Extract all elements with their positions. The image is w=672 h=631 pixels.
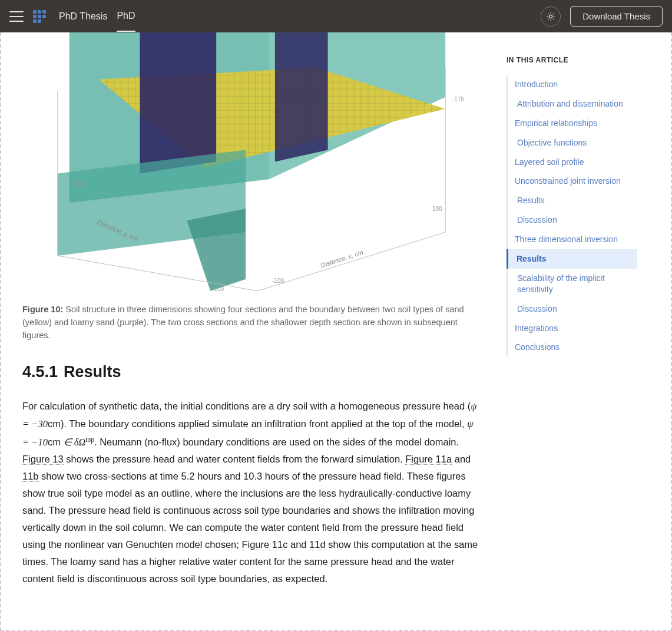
- body-paragraph: For calculation of synthetic data, the i…: [22, 398, 481, 587]
- nav-link-phd[interactable]: PhD: [117, 1, 135, 32]
- text: shows the pressure head and water conten…: [64, 454, 406, 464]
- toc-item[interactable]: Layered soil profile: [508, 153, 637, 172]
- axis-tick: -100: [272, 277, 284, 284]
- figure-image: Distance, y, cm Distance, x, cm 100 -100…: [22, 32, 481, 292]
- text: . Neumann (no-flux) boundary conditions …: [94, 437, 459, 447]
- toc-list: IntroductionAttribution and disseminatio…: [507, 75, 637, 357]
- toc-item[interactable]: Conclusions: [508, 338, 637, 357]
- toc-item[interactable]: Discussion: [508, 299, 637, 319]
- axis-tick: 100: [432, 206, 442, 212]
- toc-heading: IN THIS ARTICLE: [507, 56, 637, 64]
- menu-icon[interactable]: [9, 11, 24, 22]
- toc-item[interactable]: Attribution and dissemination: [508, 94, 637, 114]
- main-content: Distance, y, cm Distance, x, cm 100 -100…: [1, 32, 502, 630]
- section-title: Results: [64, 363, 121, 381]
- section-heading: 4.5.1Results: [22, 363, 481, 381]
- toc-item[interactable]: Objective functions: [508, 133, 637, 153]
- toc-item[interactable]: Introduction: [508, 75, 637, 94]
- logo-icon[interactable]: [33, 8, 49, 25]
- section-number: 4.5.1: [22, 363, 58, 381]
- figure-label: Figure 10:: [22, 305, 63, 314]
- svg-line-4: [553, 18, 554, 19]
- svg-marker-16: [187, 209, 246, 291]
- svg-point-0: [549, 15, 552, 18]
- toc-item[interactable]: Unconstrained joint inversion: [508, 171, 637, 191]
- table-of-contents: IN THIS ARTICLE IntroductionAttribution …: [502, 32, 649, 630]
- toc-item[interactable]: Discussion: [508, 210, 637, 230]
- toc-item[interactable]: Scalability of the implicit sensitivity: [508, 269, 637, 299]
- figure-link-13[interactable]: Figure 13: [22, 454, 64, 465]
- topbar: PhD Thesis PhD Download Thesis: [0, 0, 672, 32]
- toc-item[interactable]: Empirical relationships: [508, 114, 637, 133]
- text: show two cross-sections at time 5.2 hour…: [22, 471, 474, 550]
- svg-marker-13: [140, 32, 216, 173]
- svg-marker-14: [275, 32, 328, 161]
- theme-toggle-button[interactable]: [541, 6, 561, 27]
- figure-10: Distance, y, cm Distance, x, cm 100 -100…: [22, 32, 481, 342]
- nav-link-thesis[interactable]: PhD Thesis: [59, 2, 107, 31]
- figure-link-11a[interactable]: Figure 11a: [405, 454, 452, 465]
- axis-tick: 100: [73, 181, 83, 187]
- svg-line-8: [553, 14, 554, 14]
- svg-line-7: [548, 18, 548, 19]
- equation: ∈ δΩtop: [64, 437, 95, 448]
- figure-caption: Figure 10: Soil structure in three dimen…: [22, 303, 481, 342]
- svg-line-3: [548, 14, 548, 14]
- svg-line-18: [257, 232, 445, 291]
- axis-tick: -100: [212, 286, 224, 292]
- toc-item[interactable]: Integrations: [508, 319, 637, 338]
- 3d-plot-svg: [22, 32, 481, 291]
- toc-item[interactable]: Results: [507, 249, 637, 269]
- figure-link-11c[interactable]: Figure 11c: [241, 539, 287, 550]
- figure-link-11b[interactable]: 11b: [22, 471, 39, 482]
- figure-caption-text: Soil structure in three dimensions showi…: [22, 305, 464, 340]
- download-button[interactable]: Download Thesis: [570, 6, 663, 27]
- axis-tick: -175: [452, 96, 464, 103]
- text: cm). The boundary conditions applied sim…: [48, 418, 467, 429]
- toc-item[interactable]: Three dimensional inversion: [508, 230, 637, 249]
- sun-icon: [546, 12, 555, 21]
- figure-link-11d[interactable]: 11d: [309, 539, 326, 550]
- text: and: [287, 539, 309, 550]
- text: cm: [48, 437, 64, 447]
- text: and: [452, 454, 471, 464]
- text: For calculation of synthetic data, the i…: [22, 401, 471, 411]
- toc-item[interactable]: Results: [508, 191, 637, 210]
